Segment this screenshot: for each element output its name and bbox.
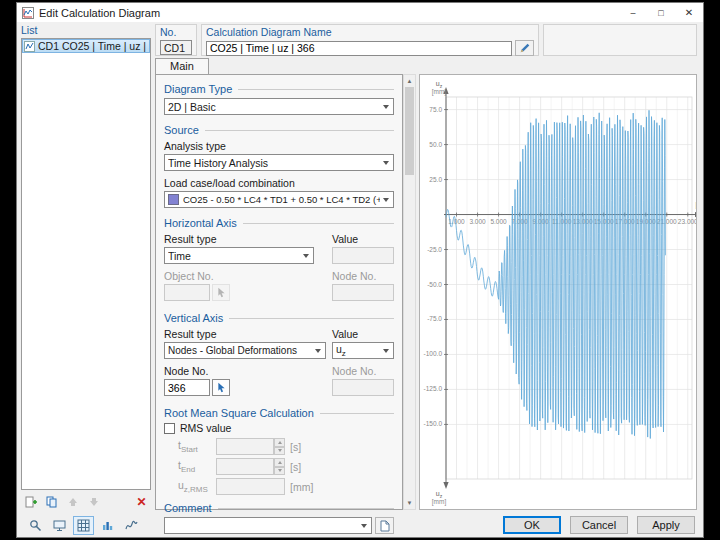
v-result-type-label: Result type: [164, 328, 332, 340]
dialog-title: Edit Calculation Diagram: [39, 7, 160, 19]
dialog-main: List CD1 CO25 | Time | uz | 366: [17, 22, 703, 513]
rms-row-tend: tEnd [s]: [178, 458, 394, 475]
svg-text:[mm]: [mm]: [432, 88, 447, 96]
dialog-icon: [22, 7, 34, 19]
maximize-button[interactable]: □: [647, 3, 675, 22]
section-source: Source: [164, 124, 394, 136]
diagram-no-field: CD1: [160, 40, 192, 55]
select-pointer-icon: [216, 287, 227, 298]
v-node-no2-label: Node No.: [332, 365, 394, 377]
svg-text:-25.0: -25.0: [427, 246, 442, 253]
v-value-dropdown[interactable]: uz: [332, 342, 394, 359]
scroll-down-icon[interactable]: ▼: [407, 497, 413, 509]
bar-chart-icon: [101, 519, 114, 532]
chevron-down-icon: [383, 161, 389, 165]
name-group: Calculation Diagram Name: [201, 24, 539, 56]
section-comment: Comment: [164, 502, 394, 514]
list-panel: List CD1 CO25 | Time | uz | 366: [21, 24, 151, 510]
rms-checkbox-label: RMS value: [180, 422, 231, 434]
v-value-label: Value: [332, 328, 394, 340]
list-item-id: CD1: [38, 40, 59, 52]
name-label: Calculation Diagram Name: [206, 26, 534, 38]
svg-text:[mm]: [mm]: [432, 498, 447, 506]
title-bar[interactable]: Edit Calculation Diagram – □ ✕: [17, 3, 703, 22]
move-up-button: [63, 493, 82, 510]
chevron-down-icon: [303, 254, 309, 258]
form-scrollbar[interactable]: ▲ ▼: [403, 74, 416, 510]
h-value-field: [332, 247, 394, 264]
no-label: No.: [160, 26, 192, 38]
select-pointer-icon: [216, 382, 227, 393]
analysis-type-dropdown[interactable]: Time History Analysis: [164, 154, 394, 171]
v-result-type-dropdown[interactable]: Nodes - Global Deformations: [164, 342, 326, 359]
load-case-color-swatch: [168, 194, 179, 205]
section-horizontal-axis: Horizontal Axis: [164, 217, 394, 229]
svg-text:23.000: 23.000: [678, 218, 696, 225]
section-diagram-type: Diagram Type: [164, 83, 394, 95]
h-object-no-field: [164, 284, 210, 301]
chevron-down-icon: [383, 105, 389, 109]
delete-diagram-button[interactable]: ✕: [132, 493, 151, 510]
rename-button[interactable]: [515, 40, 534, 56]
h-node-no-field: [332, 284, 394, 301]
copy-diagram-button[interactable]: [42, 493, 61, 510]
v-node-pick-button[interactable]: [212, 379, 230, 396]
h-value-label: Value: [332, 233, 394, 245]
header-spacer: [543, 24, 697, 56]
document-icon: [379, 520, 391, 532]
section-rms: Root Mean Square Calculation: [164, 407, 394, 419]
comment-combobox[interactable]: [164, 517, 372, 534]
cancel-button[interactable]: Cancel: [570, 516, 628, 534]
svg-text:3.000: 3.000: [469, 218, 486, 225]
scrollbar-thumb[interactable]: [405, 87, 414, 175]
move-down-button: [84, 493, 103, 510]
diagram-type-dropdown[interactable]: 2D | Basic: [164, 98, 394, 115]
load-case-dropdown[interactable]: CO25 - 0.50 * LC4 * TD1 + 0.50 * LC4 * T…: [164, 191, 394, 208]
pencil-icon: [519, 42, 531, 54]
diagram-name-input[interactable]: [206, 41, 512, 56]
svg-text:25.0: 25.0: [429, 176, 442, 183]
tend-spinner: [274, 458, 285, 475]
chevron-down-icon: [383, 198, 389, 202]
comment-browse-button[interactable]: [375, 517, 394, 534]
close-button[interactable]: ✕: [675, 3, 703, 22]
no-group: No. CD1: [155, 24, 197, 56]
h-object-pick-button: [212, 284, 230, 301]
rms-row-tstart: tStart [s]: [178, 438, 394, 455]
list-toolbar: ✕: [21, 493, 151, 510]
monitor-icon: [53, 519, 66, 532]
v-node-no-input[interactable]: [164, 379, 210, 396]
svg-text:-100.0: -100.0: [424, 350, 443, 357]
tab-main[interactable]: Main: [155, 58, 209, 75]
scroll-up-icon[interactable]: ▲: [407, 75, 413, 87]
tend-field: [216, 458, 274, 475]
svg-text:-75.0: -75.0: [427, 315, 442, 322]
grid-toggle-button[interactable]: [73, 516, 94, 535]
list-item[interactable]: CD1 CO25 | Time | uz | 366: [22, 39, 150, 53]
h-node-no-label: Node No.: [332, 270, 394, 282]
analysis-type-label: Analysis type: [164, 140, 394, 152]
new-diagram-button[interactable]: [21, 493, 40, 510]
svg-text:5.000: 5.000: [490, 218, 507, 225]
rms-checkbox[interactable]: [164, 423, 175, 434]
magnifier-icon: [29, 519, 42, 532]
h-object-no-label: Object No.: [164, 270, 332, 282]
result-curve-button[interactable]: [121, 516, 142, 535]
tstart-spinner: [274, 438, 285, 455]
load-case-label: Load case/load combination: [164, 177, 394, 189]
minimize-button[interactable]: –: [619, 3, 647, 22]
edit-calculation-diagram-dialog: Edit Calculation Diagram – □ ✕ List CD1 …: [16, 2, 704, 538]
diagram-icon: [24, 41, 35, 52]
ok-button[interactable]: OK: [503, 516, 561, 534]
tab-strip: Main: [155, 58, 209, 75]
diagram-listbox[interactable]: CD1 CO25 | Time | uz | 366: [21, 38, 151, 490]
svg-text:-125.0: -125.0: [424, 385, 443, 392]
h-result-type-dropdown[interactable]: Time: [164, 247, 314, 264]
h-result-type-label: Result type: [164, 233, 332, 245]
svg-text:-150.0: -150.0: [424, 420, 443, 427]
display-settings-button[interactable]: [49, 516, 70, 535]
zoom-button[interactable]: [25, 516, 46, 535]
chart-style-button[interactable]: [97, 516, 118, 535]
uzrms-field: [216, 478, 285, 495]
apply-button[interactable]: Apply: [637, 516, 695, 534]
